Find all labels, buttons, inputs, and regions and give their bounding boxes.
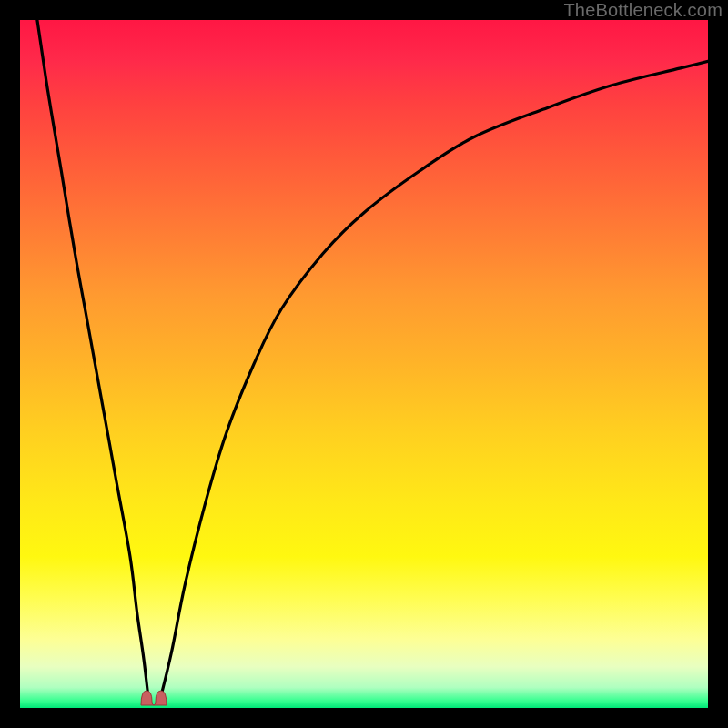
chart-frame xyxy=(20,20,708,708)
watermark-text: TheBottleneck.com xyxy=(563,0,723,21)
bottleneck-curve xyxy=(20,20,708,708)
minimum-marker-icon xyxy=(136,683,172,708)
